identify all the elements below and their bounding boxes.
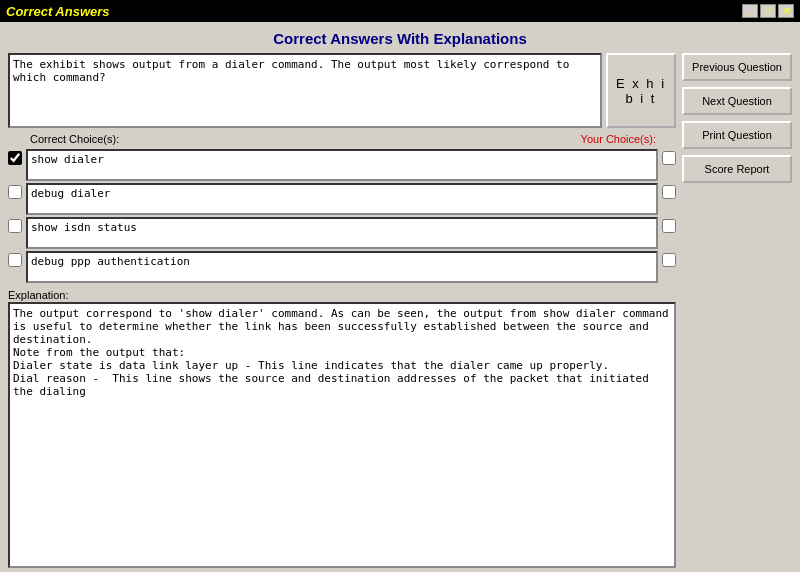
your-checkbox-1[interactable] [662, 151, 676, 165]
main-container: Correct Answers With Explanations E x h … [0, 22, 800, 572]
choice-headers: Correct Choice(s): Your Choice(s): [8, 133, 676, 145]
explanation-textarea[interactable] [8, 302, 676, 568]
choices-container: show dialer debug dialer show isdn statu… [8, 149, 676, 285]
title-bar-controls: _ □ ✕ [742, 4, 794, 18]
title-bar: Correct Answers _ □ ✕ [0, 0, 800, 22]
next-question-button[interactable]: Next Question [682, 87, 792, 115]
left-panel: E x h i b i t Correct Choice(s): Your Ch… [8, 53, 676, 568]
explanation-label: Explanation: [8, 289, 676, 301]
content-area: E x h i b i t Correct Choice(s): Your Ch… [8, 53, 792, 568]
app-title: Correct Answers [6, 4, 110, 19]
question-textarea[interactable] [8, 53, 602, 128]
question-box: E x h i b i t [8, 53, 676, 128]
correct-checkbox-2[interactable] [8, 185, 22, 199]
your-checkbox-2[interactable] [662, 185, 676, 199]
correct-choices-label: Correct Choice(s): [30, 133, 119, 145]
choice-textarea-2[interactable]: debug dialer [26, 183, 658, 215]
your-checkbox-4[interactable] [662, 253, 676, 267]
choice-row-4: debug ppp authentication [8, 251, 676, 283]
exhibit-button[interactable]: E x h i b i t [606, 53, 676, 128]
previous-question-button[interactable]: Previous Question [682, 53, 792, 81]
choice-row-1: show dialer [8, 149, 676, 181]
close-button[interactable]: ✕ [778, 4, 794, 18]
minimize-button[interactable]: _ [742, 4, 758, 18]
your-choices-label: Your Choice(s): [581, 133, 656, 145]
choice-textarea-4[interactable]: debug ppp authentication [26, 251, 658, 283]
choice-textarea-3[interactable]: show isdn status [26, 217, 658, 249]
score-report-button[interactable]: Score Report [682, 155, 792, 183]
correct-checkbox-1[interactable] [8, 151, 22, 165]
correct-checkbox-3[interactable] [8, 219, 22, 233]
correct-checkbox-4[interactable] [8, 253, 22, 267]
page-title: Correct Answers With Explanations [8, 30, 792, 47]
choice-textarea-1[interactable]: show dialer [26, 149, 658, 181]
explanation-section: Explanation: [8, 289, 676, 568]
your-checkbox-3[interactable] [662, 219, 676, 233]
print-question-button[interactable]: Print Question [682, 121, 792, 149]
choice-row-2: debug dialer [8, 183, 676, 215]
maximize-button[interactable]: □ [760, 4, 776, 18]
choice-row-3: show isdn status [8, 217, 676, 249]
right-panel: Previous Question Next Question Print Qu… [682, 53, 792, 568]
